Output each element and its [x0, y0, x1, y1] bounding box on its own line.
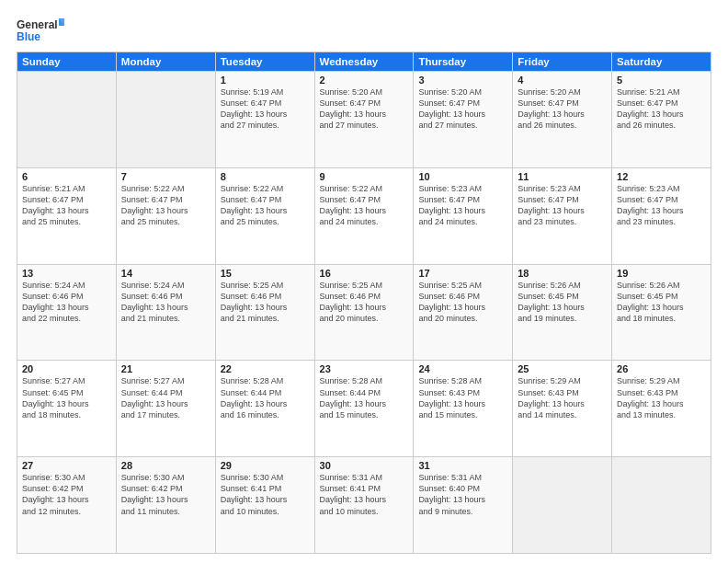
week-row-4: 20Sunrise: 5:27 AM Sunset: 6:45 PM Dayli…	[17, 361, 711, 457]
day-number: 6	[22, 171, 111, 182]
day-info: Sunrise: 5:21 AM Sunset: 6:47 PM Dayligh…	[22, 183, 111, 228]
calendar-cell: 21Sunrise: 5:27 AM Sunset: 6:44 PM Dayli…	[116, 361, 215, 457]
calendar-cell: 20Sunrise: 5:27 AM Sunset: 6:45 PM Dayli…	[17, 361, 117, 457]
day-info: Sunrise: 5:24 AM Sunset: 6:46 PM Dayligh…	[22, 280, 111, 325]
calendar-cell: 9Sunrise: 5:22 AM Sunset: 6:47 PM Daylig…	[314, 167, 414, 264]
day-number: 17	[418, 268, 507, 279]
calendar-cell: 3Sunrise: 5:20 AM Sunset: 6:47 PM Daylig…	[414, 72, 513, 168]
day-number: 10	[418, 171, 507, 182]
calendar-cell: 10Sunrise: 5:23 AM Sunset: 6:47 PM Dayli…	[414, 167, 513, 264]
week-row-1: 1Sunrise: 5:19 AM Sunset: 6:47 PM Daylig…	[17, 72, 711, 168]
day-number: 28	[121, 460, 210, 471]
logo: General Blue	[17, 15, 64, 48]
day-number: 20	[22, 363, 111, 374]
week-row-3: 13Sunrise: 5:24 AM Sunset: 6:46 PM Dayli…	[17, 264, 711, 361]
day-number: 29	[221, 460, 310, 471]
calendar-cell: 11Sunrise: 5:23 AM Sunset: 6:47 PM Dayli…	[513, 167, 612, 264]
day-number: 1	[221, 75, 310, 86]
page: General Blue SundayMondayTuesdayWednesda…	[0, 0, 728, 563]
calendar-cell: 18Sunrise: 5:26 AM Sunset: 6:45 PM Dayli…	[513, 264, 612, 361]
calendar-cell: 13Sunrise: 5:24 AM Sunset: 6:46 PM Dayli…	[17, 264, 117, 361]
calendar-cell: 6Sunrise: 5:21 AM Sunset: 6:47 PM Daylig…	[17, 167, 117, 264]
calendar-cell: 19Sunrise: 5:26 AM Sunset: 6:45 PM Dayli…	[612, 264, 711, 361]
day-info: Sunrise: 5:29 AM Sunset: 6:43 PM Dayligh…	[518, 375, 607, 420]
day-number: 18	[518, 268, 607, 279]
calendar-cell: 31Sunrise: 5:31 AM Sunset: 6:40 PM Dayli…	[414, 457, 513, 554]
day-info: Sunrise: 5:30 AM Sunset: 6:42 PM Dayligh…	[22, 472, 111, 517]
calendar-cell: 30Sunrise: 5:31 AM Sunset: 6:41 PM Dayli…	[314, 457, 414, 554]
day-info: Sunrise: 5:22 AM Sunset: 6:47 PM Dayligh…	[320, 183, 409, 228]
day-number: 12	[617, 171, 706, 182]
day-number: 11	[518, 171, 607, 182]
day-info: Sunrise: 5:26 AM Sunset: 6:45 PM Dayligh…	[518, 280, 607, 325]
calendar-cell: 12Sunrise: 5:23 AM Sunset: 6:47 PM Dayli…	[612, 167, 711, 264]
day-number: 16	[320, 268, 409, 279]
day-info: Sunrise: 5:25 AM Sunset: 6:46 PM Dayligh…	[418, 280, 507, 325]
week-row-2: 6Sunrise: 5:21 AM Sunset: 6:47 PM Daylig…	[17, 167, 711, 264]
calendar-cell: 26Sunrise: 5:29 AM Sunset: 6:43 PM Dayli…	[612, 361, 711, 457]
day-info: Sunrise: 5:20 AM Sunset: 6:47 PM Dayligh…	[518, 86, 607, 132]
day-number: 25	[518, 363, 607, 374]
day-info: Sunrise: 5:27 AM Sunset: 6:44 PM Dayligh…	[121, 375, 210, 420]
day-info: Sunrise: 5:31 AM Sunset: 6:40 PM Dayligh…	[418, 472, 507, 517]
calendar-cell	[513, 457, 612, 554]
day-number: 2	[320, 75, 409, 86]
day-number: 24	[418, 363, 507, 374]
day-info: Sunrise: 5:21 AM Sunset: 6:47 PM Dayligh…	[617, 86, 706, 132]
day-number: 9	[320, 171, 409, 182]
day-number: 23	[320, 363, 409, 374]
day-info: Sunrise: 5:19 AM Sunset: 6:47 PM Dayligh…	[221, 86, 310, 132]
calendar-cell: 28Sunrise: 5:30 AM Sunset: 6:42 PM Dayli…	[116, 457, 215, 554]
day-info: Sunrise: 5:25 AM Sunset: 6:46 PM Dayligh…	[320, 280, 409, 325]
header: General Blue	[17, 15, 711, 48]
day-header-sunday: Sunday	[17, 52, 117, 72]
day-info: Sunrise: 5:27 AM Sunset: 6:45 PM Dayligh…	[22, 375, 111, 420]
logo-svg: General Blue	[17, 15, 64, 48]
day-info: Sunrise: 5:22 AM Sunset: 6:47 PM Dayligh…	[121, 183, 210, 228]
day-header-saturday: Saturday	[612, 52, 711, 72]
day-info: Sunrise: 5:20 AM Sunset: 6:47 PM Dayligh…	[418, 86, 507, 132]
calendar-table: SundayMondayTuesdayWednesdayThursdayFrid…	[17, 52, 711, 554]
day-number: 3	[418, 75, 507, 86]
calendar-cell: 17Sunrise: 5:25 AM Sunset: 6:46 PM Dayli…	[414, 264, 513, 361]
calendar-cell: 14Sunrise: 5:24 AM Sunset: 6:46 PM Dayli…	[116, 264, 215, 361]
day-info: Sunrise: 5:24 AM Sunset: 6:46 PM Dayligh…	[121, 280, 210, 325]
day-number: 4	[518, 75, 607, 86]
day-info: Sunrise: 5:20 AM Sunset: 6:47 PM Dayligh…	[320, 86, 409, 132]
calendar-cell: 27Sunrise: 5:30 AM Sunset: 6:42 PM Dayli…	[17, 457, 117, 554]
day-number: 7	[121, 171, 210, 182]
day-info: Sunrise: 5:30 AM Sunset: 6:42 PM Dayligh…	[121, 472, 210, 517]
day-header-friday: Friday	[513, 52, 612, 72]
day-info: Sunrise: 5:26 AM Sunset: 6:45 PM Dayligh…	[617, 280, 706, 325]
day-number: 13	[22, 268, 111, 279]
day-header-monday: Monday	[116, 52, 215, 72]
calendar-cell: 22Sunrise: 5:28 AM Sunset: 6:44 PM Dayli…	[215, 361, 314, 457]
calendar-cell	[612, 457, 711, 554]
svg-text:Blue: Blue	[17, 30, 40, 43]
day-number: 26	[617, 363, 706, 374]
day-header-wednesday: Wednesday	[314, 52, 414, 72]
calendar-cell: 8Sunrise: 5:22 AM Sunset: 6:47 PM Daylig…	[215, 167, 314, 264]
day-number: 21	[121, 363, 210, 374]
calendar-cell: 24Sunrise: 5:28 AM Sunset: 6:43 PM Dayli…	[414, 361, 513, 457]
calendar-cell	[116, 72, 215, 168]
day-info: Sunrise: 5:28 AM Sunset: 6:43 PM Dayligh…	[418, 375, 507, 420]
svg-text:General: General	[17, 18, 58, 31]
day-info: Sunrise: 5:30 AM Sunset: 6:41 PM Dayligh…	[221, 472, 310, 517]
calendar-cell: 29Sunrise: 5:30 AM Sunset: 6:41 PM Dayli…	[215, 457, 314, 554]
day-number: 19	[617, 268, 706, 279]
day-number: 14	[121, 268, 210, 279]
day-info: Sunrise: 5:29 AM Sunset: 6:43 PM Dayligh…	[617, 375, 706, 420]
day-header-thursday: Thursday	[414, 52, 513, 72]
calendar-cell: 2Sunrise: 5:20 AM Sunset: 6:47 PM Daylig…	[314, 72, 414, 168]
day-info: Sunrise: 5:22 AM Sunset: 6:47 PM Dayligh…	[221, 183, 310, 228]
day-number: 22	[221, 363, 310, 374]
day-number: 27	[22, 460, 111, 471]
calendar-cell: 23Sunrise: 5:28 AM Sunset: 6:44 PM Dayli…	[314, 361, 414, 457]
day-number: 8	[221, 171, 310, 182]
day-number: 31	[418, 460, 507, 471]
calendar-cell: 15Sunrise: 5:25 AM Sunset: 6:46 PM Dayli…	[215, 264, 314, 361]
calendar-cell: 7Sunrise: 5:22 AM Sunset: 6:47 PM Daylig…	[116, 167, 215, 264]
calendar-cell: 4Sunrise: 5:20 AM Sunset: 6:47 PM Daylig…	[513, 72, 612, 168]
day-number: 5	[617, 75, 706, 86]
